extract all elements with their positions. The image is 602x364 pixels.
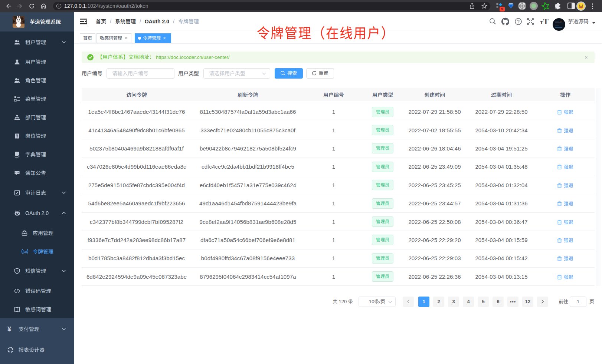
svg-text:?: ? [517,19,520,24]
svg-text:(a): (a) [23,250,27,254]
